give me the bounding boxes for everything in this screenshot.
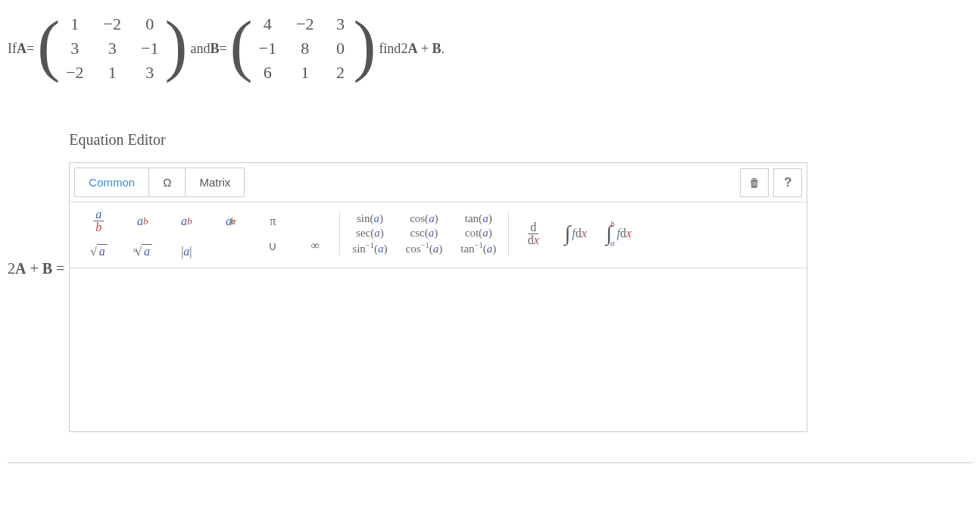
text-find: find (379, 41, 401, 57)
left-paren: ( (37, 11, 60, 86)
label-B: B (210, 41, 219, 57)
palette-trig-tan[interactable]: tan(a) cot(a) tan−1(a) (457, 211, 499, 257)
palette-nroot[interactable]: n√a (127, 243, 158, 260)
palette-infinity[interactable]: ∞ (300, 237, 330, 254)
equation-input[interactable] (70, 268, 807, 431)
matrix-B: ( 4 −2 3 −1 8 0 6 1 2 ) (230, 11, 376, 86)
text-if: If (8, 41, 17, 57)
palette-trig-cos[interactable]: cos(a) csc(a) cos−1(a) (403, 211, 446, 257)
label-A: A (17, 41, 27, 57)
right-paren: ) (164, 11, 187, 86)
help-button[interactable]: ? (773, 168, 802, 197)
tab-matrix[interactable]: Matrix (185, 168, 245, 197)
help-icon: ? (784, 175, 791, 190)
problem-statement: If A = ( 1 −2 0 3 3 −1 −2 1 3 ) and B = … (8, 11, 972, 86)
answer-lhs: 2A + B = (8, 131, 69, 277)
matrixB-cell: 0 (333, 39, 347, 58)
palette-separator (508, 212, 509, 255)
period: . (442, 41, 445, 57)
expr: 2A + B (401, 41, 441, 57)
matrixA-cell: −1 (141, 39, 158, 58)
matrixA-cell: 3 (141, 63, 158, 83)
tab-common[interactable]: Common (74, 168, 149, 197)
matrixB-cell: 1 (296, 63, 314, 83)
palette-subsup[interactable]: acb (215, 207, 245, 235)
tab-omega[interactable]: Ω (148, 168, 186, 197)
trash-button[interactable] (740, 168, 769, 197)
palette-fraction[interactable]: ab (83, 207, 114, 235)
palette-pi[interactable]: π (257, 213, 288, 230)
palette-separator (339, 212, 340, 255)
left-paren: ( (230, 11, 253, 86)
matrixB-cell: −1 (259, 39, 276, 58)
right-paren: ) (353, 11, 376, 86)
matrixB-cell: −2 (296, 14, 314, 34)
palette-integral[interactable]: ∫fddxx (560, 220, 591, 247)
palette-power[interactable]: ab (127, 207, 158, 235)
matrixA-cell: 3 (66, 39, 83, 58)
matrixA-cell: 0 (141, 14, 158, 34)
palette-definite-integral[interactable]: ∫ ba fdx (603, 218, 635, 249)
matrixB-cell: 6 (259, 63, 276, 83)
matrixA-cell: −2 (66, 63, 83, 83)
matrixA-cell: −2 (104, 14, 121, 34)
palette-abs[interactable]: |a| (171, 243, 201, 260)
editor-toolbar: Common Ω Matrix ? (70, 163, 807, 202)
equation-editor: Common Ω Matrix ? ab (69, 162, 807, 432)
matrixB-cell: 4 (259, 14, 276, 34)
text-and: and (190, 41, 210, 57)
divider (8, 462, 972, 463)
palette-union[interactable]: ∪ (257, 237, 288, 255)
matrix-A: ( 1 −2 0 3 3 −1 −2 1 3 ) (37, 11, 187, 86)
palette-trig-sin[interactable]: sin(a) sec(a) sin−1(a) (349, 211, 390, 257)
equals-2: = (219, 41, 226, 57)
matrixB-cell: 2 (333, 63, 347, 83)
palette-derivative[interactable]: ddx (518, 220, 548, 248)
editor-title: Equation Editor (69, 131, 807, 149)
matrixB-cell: 8 (296, 39, 314, 58)
matrixA-cell: 1 (104, 63, 121, 83)
palette-subscript[interactable]: ab (171, 207, 201, 235)
trash-icon (747, 176, 761, 190)
symbol-palette: ab ab ab acb √a (70, 202, 807, 268)
matrixB-cell: 3 (333, 14, 347, 34)
palette-sqrt[interactable]: √a (83, 243, 114, 260)
equals-1: = (27, 41, 34, 57)
matrixA-cell: 3 (104, 39, 121, 58)
matrixA-cell: 1 (66, 14, 83, 34)
